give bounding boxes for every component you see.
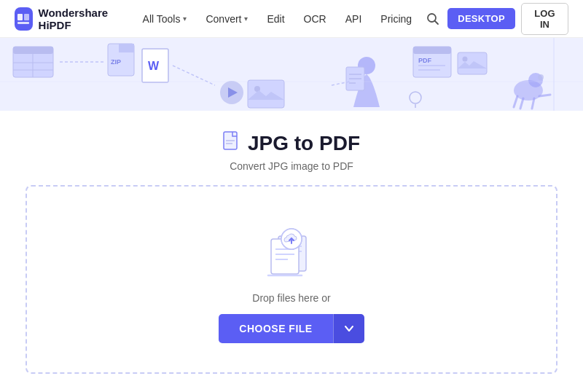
nav-convert[interactable]: Convert ▾ xyxy=(197,9,257,29)
hero-banner: ZIP W PDF xyxy=(0,38,583,111)
drop-text: Drop files here or xyxy=(252,292,330,304)
choose-file-button[interactable]: CHOOSE FILE xyxy=(219,314,332,343)
svg-rect-0 xyxy=(17,14,23,20)
choose-file-dropdown-button[interactable] xyxy=(333,314,364,343)
login-button[interactable]: LOG IN xyxy=(521,3,568,35)
svg-line-36 xyxy=(539,95,550,96)
nav-right: DESKTOP LOG IN xyxy=(423,3,568,35)
upload-area: Drop files here or CHOOSE FILE xyxy=(26,185,557,374)
page-title-area: JPG to PDF xyxy=(223,131,360,156)
page-subtitle: Convert JPG image to PDF xyxy=(230,160,353,172)
main-content: JPG to PDF Convert JPG image to PDF xyxy=(0,111,583,388)
main-nav: All Tools ▾ Convert ▾ Edit OCR API Prici… xyxy=(134,9,421,29)
choose-file-btn-area: CHOOSE FILE xyxy=(219,314,364,343)
chevron-down-icon: ▾ xyxy=(183,15,187,23)
svg-point-37 xyxy=(538,74,544,80)
logo-text: Wondershare HiPDF xyxy=(39,7,120,31)
nav-edit[interactable]: Edit xyxy=(258,9,293,29)
svg-rect-2 xyxy=(17,22,29,24)
svg-text:PDF: PDF xyxy=(418,57,432,64)
jpg-file-icon xyxy=(223,131,240,156)
upload-illustration xyxy=(262,223,321,278)
desktop-button[interactable]: DESKTOP xyxy=(447,8,515,29)
nav-pricing[interactable]: Pricing xyxy=(372,9,420,29)
svg-rect-15 xyxy=(248,80,284,108)
nav-ocr[interactable]: OCR xyxy=(295,9,335,29)
chevron-down-icon: ▾ xyxy=(244,15,248,23)
logo-area[interactable]: Wondershare HiPDF xyxy=(15,7,120,31)
header: Wondershare HiPDF All Tools ▾ Convert ▾ … xyxy=(0,0,583,38)
svg-rect-7 xyxy=(13,47,53,54)
svg-rect-5 xyxy=(0,38,583,111)
nav-api[interactable]: API xyxy=(337,9,371,29)
search-button[interactable] xyxy=(423,7,442,31)
chevron-down-icon xyxy=(344,324,354,334)
logo-icon xyxy=(15,7,33,31)
svg-text:W: W xyxy=(148,60,160,72)
svg-line-4 xyxy=(434,20,438,24)
nav-all-tools[interactable]: All Tools ▾ xyxy=(134,9,196,29)
page-title: JPG to PDF xyxy=(248,132,360,155)
svg-rect-1 xyxy=(24,14,29,20)
svg-point-30 xyxy=(463,57,468,62)
svg-text:ZIP: ZIP xyxy=(111,58,121,66)
svg-rect-25 xyxy=(413,47,451,54)
